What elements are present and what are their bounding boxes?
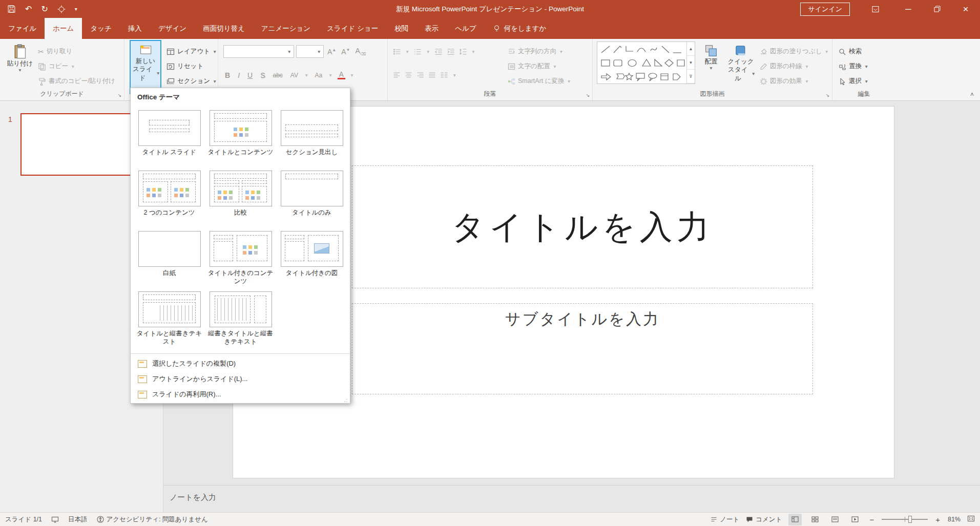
- redo-icon[interactable]: ↻: [41, 5, 48, 13]
- slideshow-view-button[interactable]: [848, 514, 862, 525]
- layout-button[interactable]: レイアウト ▼: [166, 45, 217, 58]
- arrange-button[interactable]: 配置 ▼: [697, 40, 725, 71]
- layout-content-with-caption[interactable]: タイトル付きのコンテンツ: [205, 230, 276, 290]
- duplicate-selected-slides-item[interactable]: 選択したスライドの複製(D): [131, 356, 350, 371]
- normal-view-button[interactable]: [788, 514, 802, 525]
- font-color-button[interactable]: A: [338, 71, 345, 79]
- line-spacing-dropdown-icon[interactable]: ▼: [471, 49, 475, 54]
- columns-dropdown-icon[interactable]: ▼: [452, 73, 456, 78]
- paste-dropdown-icon[interactable]: ▼: [18, 68, 22, 73]
- zoom-level[interactable]: 81%: [948, 516, 961, 523]
- bold-button[interactable]: B: [223, 71, 232, 79]
- tell-me-box[interactable]: 何をしますか: [485, 18, 555, 39]
- strikethrough-button[interactable]: abc: [271, 72, 284, 79]
- shape-effects-button[interactable]: 図形の効果 ▼: [760, 75, 809, 88]
- menu-resize-handle[interactable]: .:: [344, 397, 348, 403]
- customize-qat-icon[interactable]: ▾: [75, 7, 77, 12]
- sign-in-button[interactable]: サインイン: [800, 3, 850, 16]
- font-size-dropdown-icon[interactable]: ▼: [317, 49, 321, 54]
- slides-from-outline-item[interactable]: アウトラインからスライド(L)...: [131, 371, 350, 387]
- bullets-dropdown-icon[interactable]: ▼: [405, 49, 409, 54]
- tab-insert[interactable]: 挿入: [120, 18, 150, 39]
- paste-button[interactable]: 貼り付け ▼: [4, 40, 36, 73]
- tab-design[interactable]: デザイン: [150, 18, 195, 39]
- tab-review[interactable]: 校閲: [386, 18, 416, 39]
- italic-button[interactable]: I: [236, 71, 241, 79]
- tab-file[interactable]: ファイル: [0, 18, 45, 39]
- zoom-in-button[interactable]: +: [934, 515, 941, 524]
- reading-view-button[interactable]: [828, 514, 842, 525]
- decrease-font-size-button[interactable]: A▼: [340, 48, 351, 56]
- fit-slide-to-window-button[interactable]: [967, 515, 975, 523]
- layout-picture-with-caption[interactable]: タイトル付きの図: [276, 230, 347, 290]
- zoom-out-button[interactable]: −: [868, 515, 875, 524]
- reset-button[interactable]: リセット: [166, 60, 203, 73]
- text-shadow-button[interactable]: S: [259, 71, 266, 79]
- collapse-ribbon-icon[interactable]: ˄: [970, 91, 974, 98]
- clear-formatting-button[interactable]: A⌫: [354, 47, 368, 56]
- character-spacing-button[interactable]: AV: [289, 72, 300, 79]
- reuse-slides-item[interactable]: スライドの再利用(R)...: [131, 387, 350, 402]
- section-button[interactable]: セクション ▼: [166, 75, 217, 88]
- quick-styles-dropdown-icon[interactable]: ▼: [752, 71, 756, 77]
- ribbon-display-options-button[interactable]: [861, 0, 890, 18]
- notes-pane[interactable]: ノートを入力: [163, 485, 980, 512]
- shapes-scroll-up-icon[interactable]: ▲: [687, 42, 695, 56]
- font-name-combo[interactable]: ▼: [223, 45, 294, 58]
- save-button[interactable]: [7, 5, 16, 13]
- font-color-dropdown-icon[interactable]: ▼: [350, 73, 354, 78]
- character-spacing-dropdown-icon[interactable]: ▼: [304, 73, 308, 78]
- format-painter-button[interactable]: 書式のコピー/貼り付け: [38, 75, 115, 88]
- layout-vertical-title-and-text[interactable]: 縦書きタイトルと縦書きテキスト: [205, 290, 276, 351]
- copy-button[interactable]: コピー ▼: [38, 60, 75, 73]
- layout-two-content[interactable]: 2 つのコンテンツ: [134, 170, 205, 230]
- slide-sorter-view-button[interactable]: [808, 514, 822, 525]
- notes-toggle-button[interactable]: ノート: [711, 515, 739, 524]
- shapes-gallery-scrollbar[interactable]: ▲ ▼ ⊽: [686, 42, 695, 83]
- drawing-dialog-launcher[interactable]: ↘: [824, 92, 831, 98]
- accessibility-status[interactable]: アクセシビリティ: 問題ありません: [97, 515, 208, 524]
- comments-toggle-button[interactable]: コメント: [746, 515, 782, 524]
- layout-title-and-vertical-text[interactable]: タイトルと縦書きテキスト: [134, 290, 205, 351]
- layout-comparison[interactable]: 比較: [205, 170, 276, 230]
- layout-title-and-content[interactable]: タイトルとコンテンツ: [205, 109, 276, 170]
- font-name-dropdown-icon[interactable]: ▼: [287, 49, 291, 54]
- maximize-button[interactable]: [923, 0, 951, 18]
- font-size-combo[interactable]: ▼: [296, 45, 324, 58]
- display-settings-button[interactable]: [51, 516, 59, 523]
- title-placeholder[interactable]: タイトルを入力: [352, 165, 813, 288]
- numbering-dropdown-icon[interactable]: ▼: [426, 49, 430, 54]
- replace-button[interactable]: 置換 ▼: [839, 60, 868, 73]
- align-text-button[interactable]: 文字の配置 ▼: [508, 60, 557, 73]
- find-button[interactable]: 検索: [839, 45, 862, 58]
- tab-transitions[interactable]: 画面切り替え: [195, 18, 253, 39]
- zoom-slider[interactable]: [882, 514, 928, 524]
- underline-button[interactable]: U: [246, 71, 254, 79]
- tab-home[interactable]: ホーム: [45, 18, 82, 39]
- new-slide-button[interactable]: 新しい スライド ▼: [130, 40, 161, 94]
- close-button[interactable]: ×: [951, 0, 980, 18]
- shape-outline-button[interactable]: 図形の枠線 ▼: [760, 60, 809, 73]
- minimize-button[interactable]: ─: [894, 0, 923, 18]
- shapes-gallery-more-icon[interactable]: ⊽: [687, 70, 695, 83]
- change-case-button[interactable]: Aa: [313, 72, 324, 79]
- new-slide-dropdown-icon[interactable]: ▼: [156, 71, 160, 76]
- arrange-dropdown-icon[interactable]: ▼: [709, 66, 713, 71]
- cut-button[interactable]: ✂ 切り取り: [38, 45, 72, 58]
- change-case-dropdown-icon[interactable]: ▼: [328, 73, 332, 78]
- tab-touch[interactable]: タッチ: [82, 18, 119, 39]
- tab-animations[interactable]: アニメーション: [253, 18, 319, 39]
- slide-1-thumbnail[interactable]: [20, 113, 132, 176]
- layout-blank[interactable]: 白紙: [134, 230, 205, 290]
- shapes-scroll-down-icon[interactable]: ▼: [687, 56, 695, 70]
- increase-font-size-button[interactable]: A▲: [326, 48, 338, 56]
- zoom-slider-handle[interactable]: [908, 516, 912, 523]
- shapes-gallery[interactable]: ▲ ▼ ⊽: [597, 41, 695, 84]
- subtitle-placeholder[interactable]: サブタイトルを入力: [352, 303, 813, 394]
- language-indicator[interactable]: 日本語: [68, 515, 88, 524]
- shape-fill-button[interactable]: 図形の塗りつぶし ▼: [760, 45, 829, 58]
- clipboard-dialog-launcher[interactable]: ↘: [116, 92, 123, 98]
- layout-title-slide[interactable]: タイトル スライド: [134, 109, 205, 170]
- quick-styles-button[interactable]: クイック スタイル ▼: [726, 40, 756, 82]
- select-button[interactable]: 選択 ▼: [839, 75, 868, 88]
